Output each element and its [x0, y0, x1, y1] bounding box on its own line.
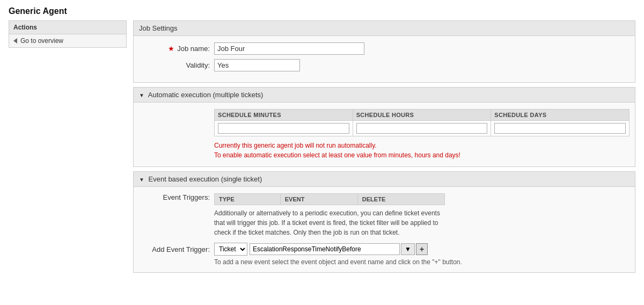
- schedule-days-col: SCHEDULE DAYS: [491, 109, 630, 136]
- schedule-days-input[interactable]: [494, 123, 626, 134]
- schedule-minutes-header: SCHEDULE MINUTES: [215, 110, 353, 121]
- auto-execution-header: ▼ Automatic execution (multiple tickets): [134, 88, 635, 103]
- schedule-warning: Currently this generic agent job will no…: [214, 141, 630, 160]
- event-table: TYPE EVENT DELETE: [214, 193, 445, 205]
- schedule-hours-col: SCHEDULE HOURS: [353, 109, 492, 136]
- add-event-trigger-row: Add Event Trigger: Ticket ▼ +: [139, 243, 630, 256]
- schedule-hours-header: SCHEDULE HOURS: [353, 110, 491, 121]
- event-name-input[interactable]: [250, 243, 400, 255]
- main-content: Job Settings ★ Job name: Validity:: [133, 20, 635, 273]
- event-table-type-header: TYPE: [215, 194, 281, 205]
- auto-execution-toggle[interactable]: ▼: [139, 92, 144, 98]
- job-settings-section: Job Settings ★ Job name: Validity:: [133, 20, 635, 83]
- schedule-grid: SCHEDULE MINUTES SCHEDULE HOURS SCHEDULE…: [214, 109, 630, 136]
- add-event-button[interactable]: +: [416, 243, 428, 255]
- required-star: ★: [168, 45, 174, 53]
- event-table-delete-header: DELETE: [357, 194, 444, 205]
- go-to-overview-button[interactable]: Go to overview: [9, 34, 127, 48]
- schedule-hours-input[interactable]: [356, 123, 488, 134]
- event-description: Additionally or alternatively to a perio…: [214, 208, 445, 237]
- event-execution-body: Event Triggers: TYPE EVENT DELETE: [134, 187, 635, 272]
- event-execution-toggle[interactable]: ▼: [139, 177, 144, 183]
- job-name-input[interactable]: [214, 42, 364, 55]
- auto-execution-body: SCHEDULE MINUTES SCHEDULE HOURS SCHEDULE…: [134, 103, 635, 166]
- event-table-event-header: EVENT: [280, 194, 357, 205]
- schedule-minutes-input[interactable]: [218, 123, 349, 134]
- page-title: Generic Agent: [0, 0, 644, 20]
- arrow-left-icon: [13, 38, 17, 43]
- schedule-minutes-col: SCHEDULE MINUTES: [214, 109, 353, 136]
- event-triggers-area: Event Triggers: TYPE EVENT DELETE: [139, 193, 630, 237]
- validity-label: Validity:: [139, 61, 214, 69]
- auto-execution-section: ▼ Automatic execution (multiple tickets)…: [133, 87, 635, 167]
- sidebar: Actions Go to overview: [9, 20, 127, 273]
- job-name-row: ★ Job name:: [139, 42, 630, 55]
- add-event-hint: To add a new event select the event obje…: [214, 258, 630, 266]
- job-settings-body: ★ Job name: Validity:: [134, 36, 635, 82]
- validity-row: Validity:: [139, 59, 630, 71]
- job-settings-header: Job Settings: [134, 21, 635, 36]
- job-name-label: ★ Job name:: [139, 45, 214, 53]
- event-triggers-label: Event Triggers:: [139, 193, 214, 201]
- schedule-days-header: SCHEDULE DAYS: [491, 110, 629, 121]
- validity-input[interactable]: [214, 59, 300, 71]
- event-execution-header: ▼ Event based execution (single ticket): [134, 172, 635, 187]
- sidebar-section-title: Actions: [9, 20, 127, 34]
- add-event-trigger-label: Add Event Trigger:: [139, 245, 214, 253]
- event-object-select[interactable]: Ticket: [214, 243, 247, 256]
- event-execution-section: ▼ Event based execution (single ticket) …: [133, 171, 635, 273]
- event-name-select-button[interactable]: ▼: [401, 243, 415, 255]
